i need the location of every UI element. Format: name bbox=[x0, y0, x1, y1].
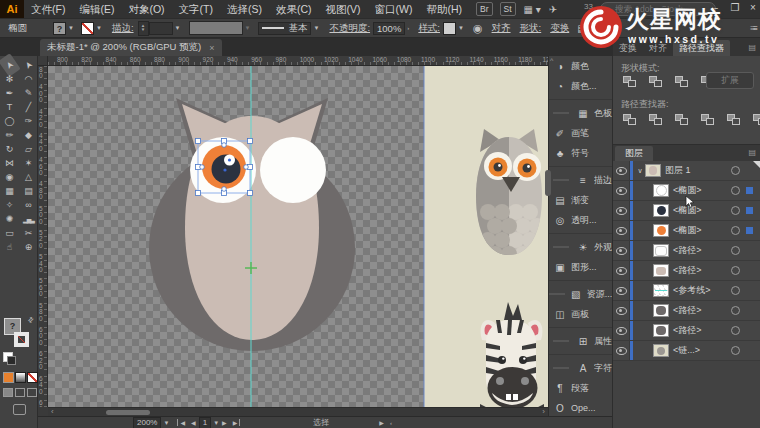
target-circle[interactable] bbox=[731, 266, 740, 275]
scale-tool[interactable]: ▱ bbox=[19, 142, 38, 156]
style-label[interactable]: 样式: bbox=[418, 22, 440, 35]
panel-button-symbols[interactable]: ♣符号 bbox=[549, 143, 612, 163]
rotate-tool[interactable]: ↻ bbox=[0, 142, 19, 156]
magic-wand-tool[interactable]: ✻ bbox=[0, 72, 19, 86]
slice-tool[interactable]: ✂ bbox=[19, 226, 38, 240]
scroll-right-icon[interactable]: › bbox=[542, 408, 545, 416]
layer-thumbnail[interactable] bbox=[653, 244, 669, 257]
panel-button-swatches[interactable]: ▦色板 bbox=[549, 99, 612, 123]
panel-button-brushes[interactable]: ✐画笔 bbox=[549, 123, 612, 143]
layer-row[interactable]: <链...> bbox=[613, 341, 760, 361]
menu-item-5[interactable]: 效果(C) bbox=[269, 0, 319, 18]
visibility-toggle[interactable] bbox=[613, 201, 630, 220]
artboard-number-box[interactable]: 1 bbox=[199, 417, 211, 428]
zoom-tool[interactable]: ⊕ bbox=[19, 240, 38, 254]
visibility-toggle[interactable] bbox=[613, 241, 630, 260]
panel-button-asset-export[interactable]: ▧资源... bbox=[549, 280, 612, 304]
shape-link[interactable]: 形状: bbox=[520, 22, 542, 35]
scroll-left-icon[interactable]: ‹ bbox=[51, 408, 54, 416]
eyedropper-tool[interactable]: ✧ bbox=[0, 198, 19, 212]
menu-item-7[interactable]: 窗口(W) bbox=[368, 0, 420, 18]
blend-tool[interactable]: ∞ bbox=[19, 198, 38, 212]
panel-button-appearance[interactable]: ☀外观 bbox=[549, 233, 612, 257]
layer-name[interactable]: <椭圆> bbox=[673, 224, 702, 237]
screen-mode-button[interactable] bbox=[13, 404, 26, 415]
layer-thumbnail[interactable] bbox=[653, 264, 669, 277]
share-icon[interactable]: ✈ bbox=[549, 4, 557, 15]
panel-button-color[interactable]: ◑颜色 bbox=[549, 56, 612, 76]
stroke-dropdown-icon[interactable]: ▼ bbox=[96, 25, 102, 31]
target-circle[interactable] bbox=[731, 206, 740, 215]
layer-thumbnail[interactable] bbox=[645, 164, 661, 177]
layers-tab[interactable]: 图层 bbox=[615, 146, 653, 161]
line-segment-tool[interactable]: ╱ bbox=[19, 100, 38, 114]
fill-dropdown-icon[interactable]: ▼ bbox=[68, 25, 74, 31]
document-setup-icon[interactable]: ▤ bbox=[577, 23, 586, 34]
layer-name[interactable]: 图层 1 bbox=[665, 164, 691, 177]
horizontal-scrollbar[interactable]: ‹ › bbox=[48, 407, 548, 416]
column-graph-tool[interactable]: ▂▅▃ bbox=[19, 212, 38, 226]
disclosure-icon[interactable]: ∨ bbox=[635, 167, 645, 175]
target-circle[interactable] bbox=[731, 306, 740, 315]
stroke-weight-value[interactable] bbox=[149, 22, 173, 35]
layer-thumbnail[interactable] bbox=[653, 204, 669, 217]
minimize-button[interactable]: – bbox=[706, 0, 724, 16]
gradient-tool[interactable]: ▤ bbox=[19, 184, 38, 198]
recolor-artwork-icon[interactable]: ◉ bbox=[473, 22, 483, 35]
draw-inside-button[interactable] bbox=[27, 388, 37, 397]
ruler-corner[interactable] bbox=[38, 56, 48, 66]
layer-name[interactable]: <路径> bbox=[673, 244, 702, 257]
visibility-toggle[interactable] bbox=[613, 341, 630, 360]
target-circle[interactable] bbox=[731, 246, 740, 255]
visibility-toggle[interactable] bbox=[613, 281, 630, 300]
bridge-button[interactable]: Br bbox=[476, 2, 493, 16]
pathfinder-crop-button[interactable] bbox=[699, 112, 716, 126]
next-artboard-icon[interactable]: ▶ bbox=[222, 419, 227, 426]
target-circle[interactable] bbox=[731, 326, 740, 335]
layer-row[interactable]: <椭圆> bbox=[613, 221, 760, 241]
close-button[interactable]: × bbox=[744, 0, 760, 16]
target-circle[interactable] bbox=[731, 226, 740, 235]
layer-row[interactable]: <路径> bbox=[613, 261, 760, 281]
panel-button-stroke[interactable]: ≡描边 bbox=[549, 166, 612, 190]
fill-swatch[interactable]: ? bbox=[53, 22, 66, 35]
type-tool[interactable]: T bbox=[0, 100, 19, 114]
layer-row[interactable]: <路径> bbox=[613, 321, 760, 341]
opacity-label[interactable]: 不透明度: bbox=[329, 22, 370, 35]
vertical-ruler[interactable]: 3804004204404604805005205405605806006206… bbox=[38, 66, 48, 407]
width-profile-dropdown-icon[interactable]: ▼ bbox=[313, 25, 319, 31]
zoom-dropdown-icon[interactable]: ▼ bbox=[163, 420, 169, 426]
panel-button-properties[interactable]: ⊞属性 bbox=[549, 327, 612, 351]
mesh-tool[interactable]: ▦ bbox=[0, 184, 19, 198]
align-link[interactable]: 对齐 bbox=[492, 22, 511, 35]
menu-item-3[interactable]: 文字(T) bbox=[172, 0, 220, 18]
layer-row[interactable]: <路径> bbox=[613, 241, 760, 261]
control-panel-menu-icon[interactable]: ≡ bbox=[750, 24, 755, 33]
panel-button-paragraph[interactable]: ¶段落 bbox=[549, 378, 612, 398]
draw-normal-button[interactable] bbox=[3, 388, 13, 397]
previous-artboard-icon[interactable]: ◀ bbox=[191, 419, 196, 426]
draw-behind-button[interactable] bbox=[15, 388, 25, 397]
stroke-weight-stepper[interactable]: ▲▼ bbox=[138, 21, 149, 36]
expand-button[interactable]: 扩展 bbox=[706, 72, 754, 89]
visibility-toggle[interactable] bbox=[613, 301, 630, 320]
stock-search-input[interactable] bbox=[600, 2, 716, 16]
panel-button-color-guide[interactable]: ◔颜色... bbox=[549, 76, 612, 96]
style-swatch[interactable] bbox=[443, 22, 456, 35]
layer-thumbnail[interactable] bbox=[653, 284, 669, 297]
shape-builder-tool[interactable]: ◉ bbox=[0, 170, 19, 184]
transform-link[interactable]: 变换 bbox=[550, 22, 569, 35]
layer-name[interactable]: <路径> bbox=[673, 264, 702, 277]
brush-dropdown-icon[interactable]: ▼ bbox=[245, 25, 251, 31]
eraser-tool[interactable]: ◆ bbox=[19, 128, 38, 142]
pathfinder-minus-back-button[interactable] bbox=[751, 112, 760, 126]
workspace-switcher-icon[interactable]: ▦ ▾ bbox=[524, 4, 541, 15]
target-circle[interactable] bbox=[731, 166, 740, 175]
canvas[interactable] bbox=[48, 66, 548, 407]
tab-transform[interactable]: 变换 bbox=[613, 40, 643, 56]
pathfinder-trim-button[interactable] bbox=[647, 112, 664, 126]
stroke-weight-dropdown-icon[interactable]: ▼ bbox=[175, 25, 181, 31]
layer-row[interactable]: <参考线> bbox=[613, 281, 760, 301]
visibility-toggle[interactable] bbox=[613, 181, 630, 200]
pathfinder-outline-button[interactable] bbox=[725, 112, 742, 126]
